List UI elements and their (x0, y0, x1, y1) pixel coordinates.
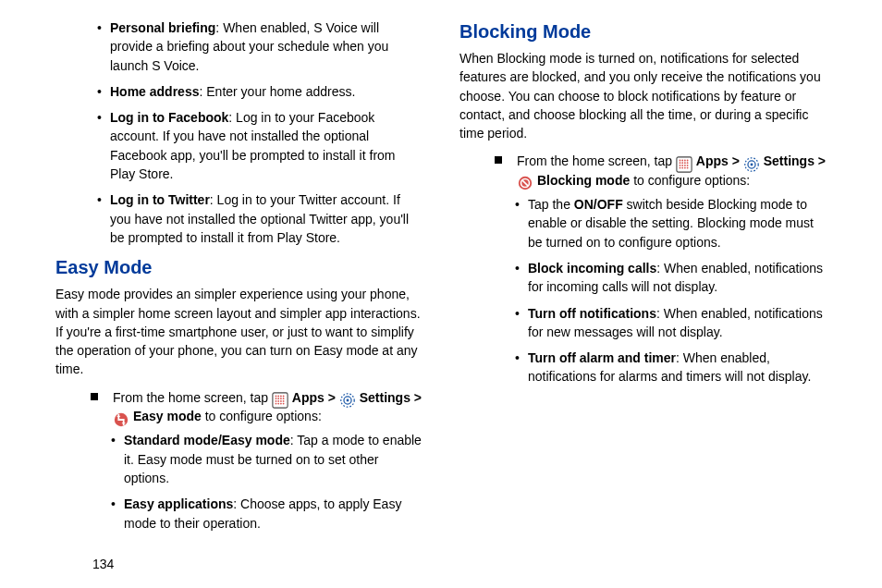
sub-bullet-standard-mode: Standard mode/Easy mode: Tap a mode to e… (111, 431, 423, 487)
sub-bullet-turnoff-alarm: Turn off alarm and timer: When enabled, … (515, 349, 827, 386)
blocking-icon (517, 173, 533, 190)
bullet-bold: Personal briefing (110, 20, 215, 35)
bullet-bold: Turn off notifications (528, 306, 656, 321)
instr-settings: Settings > (764, 153, 826, 168)
bullet-home-address: Home address: Enter your home address. (97, 82, 423, 101)
blocking-mode-para: When Blocking mode is turned on, notific… (459, 49, 827, 142)
instr-text: From the home screen, tap (113, 390, 272, 405)
instr-text: From the home screen, tap (517, 153, 676, 168)
instr-mode: Easy mode (133, 409, 202, 423)
sub-bullet-turnoff-notif: Turn off notifications: When enabled, no… (515, 304, 827, 342)
settings-icon (743, 154, 760, 171)
bullet-pre: Tap the (528, 197, 574, 212)
bullet-bold: Block incoming calls (528, 261, 656, 276)
right-column: Blocking Mode When Blocking mode is turn… (459, 18, 827, 579)
bullet-bold: Easy applications (124, 496, 233, 511)
top-bullet-list: Personal briefing: When enabled, S Voice… (55, 18, 423, 247)
instr-settings: Settings > (360, 390, 422, 405)
instruction-item: From the home screen, tap Apps > Setting… (495, 152, 827, 190)
bullet-bold: Home address (110, 84, 199, 99)
easy-mode-para: Easy mode provides an simpler experience… (55, 285, 423, 378)
bullet-personal-briefing: Personal briefing: When enabled, S Voice… (97, 18, 423, 75)
bullet-bold: Log in to Facebook (110, 110, 228, 125)
instr-apps: Apps > (292, 390, 339, 405)
easymode-icon (113, 409, 129, 425)
easy-sub-bullets: Standard mode/Easy mode: Tap a mode to e… (55, 431, 423, 532)
bullet-bold: ON/OFF (574, 197, 623, 212)
instr-post: to configure options: (202, 409, 322, 423)
blocking-sub-bullets: Tap the ON/OFF switch beside Blocking mo… (459, 195, 827, 386)
sub-bullet-easy-apps: Easy applications: Choose apps, to apply… (111, 495, 423, 533)
bullet-text: : Enter your home address. (199, 84, 355, 99)
left-column: Personal briefing: When enabled, S Voice… (55, 18, 423, 579)
instr-mode: Blocking mode (537, 173, 630, 188)
apps-icon (272, 390, 288, 407)
instr-apps: Apps > (696, 153, 743, 168)
heading-blocking-mode: Blocking Mode (459, 18, 827, 45)
bullet-bold: Standard mode/Easy mode (124, 433, 290, 447)
settings-icon (339, 390, 356, 407)
bullet-login-twitter: Log in to Twitter: Log in to your Twitte… (97, 190, 423, 247)
bullet-login-facebook: Log in to Facebook: Log in to your Faceb… (97, 108, 423, 183)
instr-post: to configure options: (630, 173, 750, 188)
bullet-bold: Turn off alarm and timer (528, 350, 676, 365)
instruction-item: From the home screen, tap Apps > Setting… (91, 388, 423, 426)
bullet-bold: Log in to Twitter (110, 192, 210, 207)
page-number: 134 (92, 557, 114, 571)
sub-bullet-onoff: Tap the ON/OFF switch beside Blocking mo… (515, 195, 827, 251)
sub-bullet-block-calls: Block incoming calls: When enabled, noti… (515, 259, 827, 297)
apps-icon (676, 154, 692, 171)
heading-easy-mode: Easy Mode (55, 254, 423, 281)
